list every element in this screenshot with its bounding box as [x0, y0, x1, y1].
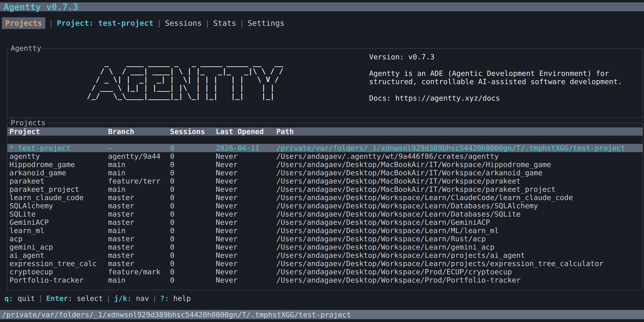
table-row[interactable]: learn_claude_code master 0 Never /Users/… — [8, 194, 642, 202]
table-row[interactable]: learn_ml main 0 Never /Users/andagaev/De… — [8, 226, 642, 235]
cell-path: /Users/andagaev/Desktop/Workspace/Learn/… — [276, 218, 490, 226]
table-row[interactable]: gemini_acp master 0 Never /Users/andagae… — [8, 243, 642, 251]
cell-project-name: SQLAlchemy — [10, 202, 53, 210]
cell-last-opened: Never — [216, 235, 238, 243]
tab-current-project[interactable]: Project: test-project — [57, 19, 153, 28]
tab-projects[interactable]: Projects — [2, 17, 45, 29]
table-row[interactable]: GeminiACP master 0 Never /Users/andagaev… — [8, 218, 642, 226]
table-row[interactable]: Portfolio-tracker main 0 Never /Users/an… — [8, 276, 642, 284]
cell-sessions: 0 — [170, 226, 174, 235]
cell-branch: master — [108, 218, 134, 226]
help-separator: | — [38, 294, 43, 302]
cell-project-name: arkanoid_game — [10, 169, 66, 177]
cell-branch: – — [108, 144, 112, 152]
table-row[interactable]: acp master 0 Never /Users/andagaev/Deskt… — [8, 235, 642, 243]
cell-project-name: Hippodrome_game — [10, 160, 75, 169]
app-screen: Agentty v0.7.3 Projects | Project: test-… — [0, 0, 644, 322]
app-titlebar: Agentty v0.7.3 — [0, 2, 644, 11]
help-key-select: Enter — [46, 294, 68, 302]
cell-last-opened: Never — [216, 194, 238, 202]
cell-last-opened: Never — [216, 260, 238, 268]
table-row[interactable]: SQLAlchemy master 0 Never /Users/andagae… — [8, 202, 642, 210]
cell-branch: feature/terr — [108, 177, 160, 185]
table-row[interactable]: parakeet_project main 0 Never /Users/and… — [8, 185, 642, 194]
cell-last-opened: Never — [216, 226, 238, 235]
about-panel-label: Agentty — [10, 44, 42, 53]
cell-path: /private/var/folders/_1/xdnwsnl929d389bh… — [276, 144, 625, 152]
table-row[interactable]: cryptoecup feature/mark 0 Never /Users/a… — [8, 268, 642, 276]
table-row[interactable]: * test-project – 0 2026-04-11 /private/v… — [8, 144, 642, 152]
cell-path: /Users/andagaev/Desktop/Workspace/Learn/… — [276, 226, 499, 235]
cell-branch: master — [108, 235, 134, 243]
cell-last-opened: 2026-04-11 — [216, 144, 260, 152]
cell-project-name: gemini_acp — [10, 243, 53, 251]
table-row[interactable]: ai_agent master 0 Never /Users/andagaev/… — [8, 251, 642, 260]
cell-path: /Users/andagaev/Desktop/Workspace/Learn/… — [276, 194, 573, 202]
table-row[interactable]: Hippodrome_game main 0 Never /Users/anda… — [8, 160, 642, 169]
cell-sessions: 0 — [170, 218, 174, 226]
table-row[interactable]: arkanoid_game main 0 Never /Users/andaga… — [8, 169, 642, 177]
cell-last-opened: Never — [216, 202, 238, 210]
cell-path: /Users/andagaev/Desktop/Workspace/Learn/… — [276, 260, 604, 268]
cell-last-opened: Never — [216, 243, 238, 251]
cell-sessions: 0 — [170, 144, 174, 152]
cell-path: /Users/andagaev/Desktop/Workspace/Learn/… — [276, 243, 494, 251]
cell-branch: main — [108, 169, 126, 177]
help-separator: | — [106, 294, 111, 302]
table-header: Project Branch Sessions Last Opened Path — [8, 128, 642, 136]
cell-branch: master — [108, 243, 134, 251]
help-separator: | — [152, 294, 157, 302]
cell-last-opened: Never — [216, 251, 238, 260]
cell-path: /Users/andagaev/Desktop/Workspace/Learn/… — [276, 235, 486, 243]
cell-project-name: acp — [10, 235, 22, 243]
help-key-quit: q — [4, 294, 9, 302]
cell-path: /Users/andagaev/Desktop/Workspace/Learn/… — [276, 202, 538, 210]
tab-sessions[interactable]: Sessions — [165, 19, 202, 28]
table-row[interactable]: agentty agentty/9a44 0 Never /Users/anda… — [8, 152, 642, 160]
tab-settings[interactable]: Settings — [248, 19, 284, 28]
table-row[interactable]: SQLite master 0 Never /Users/andagaev/De… — [8, 210, 642, 218]
cell-sessions: 0 — [170, 152, 174, 160]
cell-project-name: cryptoecup — [10, 268, 53, 276]
cell-last-opened: Never — [216, 160, 238, 169]
table-row[interactable]: expression_tree_calc master 0 Never /Use… — [8, 260, 642, 268]
help-colon: : — [68, 294, 77, 302]
cell-path: /Users/andagaev/Desktop/Workspace/Learn/… — [276, 251, 525, 260]
cell-sessions: 0 — [170, 210, 174, 218]
cell-project-name: agentty — [10, 152, 40, 160]
help-bar: q: quit | Enter: select | j/k: nav | ?: … — [4, 294, 191, 303]
cell-sessions: 0 — [170, 268, 174, 276]
tab-bar: Projects | Project: test-project | Sessi… — [2, 17, 284, 29]
ascii-logo: _ ____ _____ _ _ _____ _____ __ __ / \ /… — [87, 59, 283, 100]
projects-panel: Projects Project Branch Sessions Last Op… — [7, 123, 643, 290]
help-colon: : — [9, 294, 18, 302]
about-panel: Agentty _ ____ _____ _ _ _____ _____ __ … — [7, 48, 643, 118]
cell-path: /Users/andagaev/.agentty/wt/9a446f86/cra… — [276, 152, 499, 160]
cell-last-opened: Never — [216, 218, 238, 226]
cell-branch: main — [108, 160, 126, 169]
cell-sessions: 0 — [170, 260, 174, 268]
cell-last-opened: Never — [216, 276, 238, 284]
help-key-help: ? — [160, 294, 164, 302]
cell-last-opened: Never — [216, 169, 238, 177]
cell-project-name: Portfolio-tracker — [10, 276, 84, 284]
cell-sessions: 0 — [170, 177, 174, 185]
table-row[interactable]: parakeet feature/terr 0 Never /Users/and… — [8, 177, 642, 185]
cell-branch: main — [108, 276, 126, 284]
column-header-project: Project — [10, 128, 40, 136]
app-title: Agentty v0.7.3 — [4, 2, 78, 12]
cell-last-opened: Never — [216, 152, 238, 160]
column-header-path: Path — [276, 128, 294, 136]
help-action-select: select — [77, 294, 103, 302]
cell-sessions: 0 — [170, 202, 174, 210]
tab-stats[interactable]: Stats — [213, 19, 236, 28]
help-colon: : — [127, 294, 136, 302]
cell-branch: master — [108, 260, 134, 268]
tab-separator: | — [240, 19, 244, 28]
cell-sessions: 0 — [170, 194, 174, 202]
help-action-nav: nav — [136, 294, 149, 302]
cell-project-name: parakeet — [10, 177, 44, 185]
cell-last-opened: Never — [216, 210, 238, 218]
cell-project-name: expression_tree_calc — [10, 260, 96, 268]
cell-path: /Users/andagaev/Desktop/MacBookAir/IT/Wo… — [276, 169, 542, 177]
